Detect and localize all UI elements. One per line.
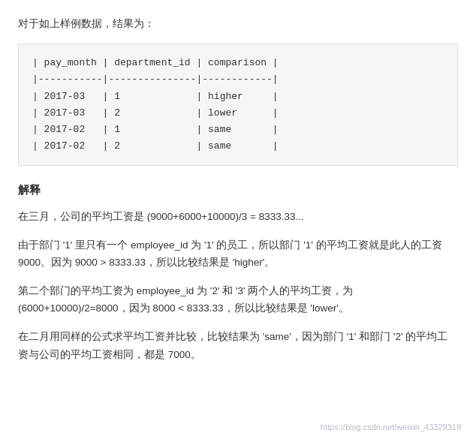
section-title: 解释 (18, 181, 458, 199)
explanation-2: 由于部门 '1' 里只有一个 employee_id 为 '1' 的员工，所以部… (18, 236, 458, 272)
explanation-1: 在三月，公司的平均工资是 (9000+6000+10000)/3 = 8333.… (18, 208, 458, 226)
explanation-3: 第二个部门的平均工资为 employee_id 为 '2' 和 '3' 两个人的… (18, 282, 458, 317)
watermark: https://blog.csdn.net/weixin_43329319 (321, 421, 461, 434)
intro-text: 对于如上样例数据，结果为： (18, 15, 458, 32)
result-table: | pay_month | department_id | comparison… (18, 44, 458, 166)
explanation-4: 在二月用同样的公式求平均工资并比较，比较结果为 'same'，因为部门 '1' … (18, 328, 458, 363)
